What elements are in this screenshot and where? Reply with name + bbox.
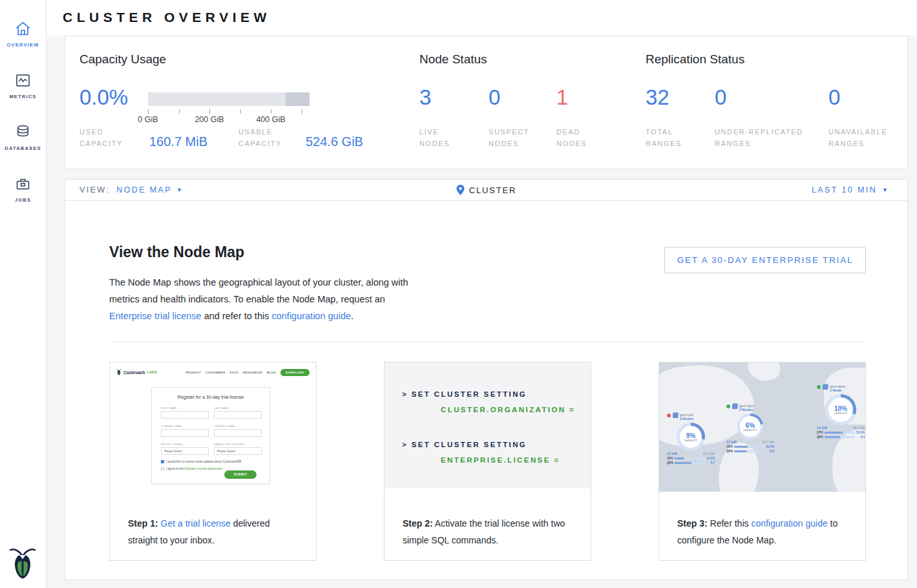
mini-checkbox-checked bbox=[161, 460, 164, 463]
dead-nodes-value: 1 bbox=[556, 85, 568, 110]
node-map-preview: geo=sfo 2 Nodes 9% CAPACITY 3.2 GiB33.1 … bbox=[659, 362, 865, 492]
node-map-panel: View the Node Map The Node Map shows the… bbox=[65, 201, 908, 580]
capacity-usage-title: Capacity Usage bbox=[79, 52, 166, 67]
step3-caption: Step 3: Refer this configuration guide t… bbox=[677, 515, 850, 549]
under-replicated-ranges-value: 0 bbox=[715, 85, 726, 110]
step1-card: Cockroach LABS PRODUCT CUSTOMERS DOCS RE… bbox=[109, 362, 317, 561]
mini-input bbox=[161, 411, 209, 419]
total-ranges-label: TOTALRANGES bbox=[646, 126, 682, 149]
cluster-summary-card: Capacity Usage 0.0% 0 GiB 200 GiB 400 Gi… bbox=[65, 36, 908, 169]
replication-status-title: Replication Status bbox=[646, 52, 744, 67]
jobs-icon bbox=[14, 175, 32, 193]
node-status-dot-red bbox=[667, 414, 671, 417]
suspect-nodes-value: 0 bbox=[489, 85, 500, 110]
node-status-dot-green bbox=[817, 385, 821, 389]
map-land bbox=[832, 430, 865, 492]
configuration-guide-link[interactable]: configuration guide bbox=[271, 311, 351, 321]
unavailable-ranges-label: UNAVAILABLERANGES bbox=[828, 126, 887, 149]
mini-input bbox=[161, 429, 209, 437]
capacity-ring: 9% CAPACITY bbox=[677, 423, 705, 451]
mini-nav-item: PRODUCT bbox=[186, 371, 202, 374]
page-title: CLUSTER OVERVIEW bbox=[63, 10, 271, 25]
get-trial-license-link[interactable]: Get a trial license bbox=[161, 518, 231, 529]
sidebar-item-jobs[interactable]: JOBS bbox=[0, 163, 47, 215]
sidebar-item-label: OVERVIEW bbox=[7, 42, 39, 48]
mini-nav-item: RESOURCES bbox=[243, 371, 262, 374]
mini-nav-item: CUSTOMERS bbox=[206, 371, 225, 374]
time-range-dropdown[interactable]: LAST 10 MIN ▼ bbox=[812, 180, 888, 200]
enterprise-trial-button[interactable]: GET A 30-DAY ENTERPRISE TRIAL bbox=[664, 247, 866, 273]
enterprise-trial-license-link[interactable]: Enterprise trial license bbox=[109, 311, 202, 321]
cockroach-mini-logo-icon bbox=[116, 369, 121, 375]
trial-registration-form: Register for a 30-day trial license FIRS… bbox=[151, 387, 270, 484]
mini-input bbox=[214, 429, 262, 437]
used-capacity-label: USEDCAPACITY bbox=[79, 126, 123, 149]
configuration-guide-link[interactable]: configuration guide bbox=[751, 518, 827, 529]
capacity-ring: 6% CAPACITY bbox=[737, 414, 763, 439]
sql-setting: ENTERPRISE.LICENSE = bbox=[441, 456, 560, 464]
view-bar: VIEW: NODE MAP ▼ CLUSTER LAST 10 MIN ▼ bbox=[65, 179, 908, 201]
suspect-nodes-label: SUSPECTNODES bbox=[489, 126, 529, 149]
capacity-percent: 0.0% bbox=[79, 85, 128, 110]
gauge-tick bbox=[240, 109, 241, 114]
gauge-tick bbox=[302, 109, 302, 114]
sql-prompt: > SET CLUSTER SETTING bbox=[402, 441, 527, 448]
step3-card: geo=sfo 2 Nodes 9% CAPACITY 3.2 GiB33.1 … bbox=[659, 362, 866, 561]
databases-icon bbox=[14, 123, 32, 141]
nodes-cube-icon bbox=[732, 404, 737, 409]
capacity-ring: 10% CAPACITY bbox=[825, 394, 856, 425]
sidebar-item-metrics[interactable]: METRICS bbox=[0, 59, 47, 111]
sidebar-item-overview[interactable]: OVERVIEW bbox=[0, 8, 47, 59]
mini-nav-item: BLOG bbox=[267, 371, 276, 374]
sidebar-item-label: DATABASES bbox=[5, 145, 41, 151]
gauge-tick-label: 400 GiB bbox=[248, 115, 293, 124]
sidebar-item-label: JOBS bbox=[15, 197, 31, 203]
sql-prompt: > SET CLUSTER SETTING bbox=[402, 390, 527, 398]
under-replicated-ranges-label: UNDER-REPLICATEDRANGES bbox=[715, 126, 803, 149]
breadcrumb-cluster[interactable]: CLUSTER bbox=[469, 185, 516, 195]
step2-caption: Step 2: Activate the trial license with … bbox=[403, 515, 575, 549]
capacity-gauge-reserved-segment bbox=[286, 92, 310, 106]
gauge-tick bbox=[179, 109, 180, 114]
sql-commands-block: > SET CLUSTER SETTING CLUSTER.ORGANIZATI… bbox=[385, 362, 591, 488]
gauge-tick-label: 0 GiB bbox=[125, 115, 171, 124]
main-content: CLUSTER OVERVIEW Capacity Usage 0.0% 0 G… bbox=[47, 0, 917, 588]
unavailable-ranges-value: 0 bbox=[828, 85, 840, 110]
locality-bubble-sfo[interactable]: geo=sfo 2 Nodes 9% CAPACITY 3.2 GiB33.1 … bbox=[664, 413, 717, 465]
capacity-gauge bbox=[148, 92, 310, 106]
home-icon bbox=[14, 20, 32, 37]
chevron-down-icon: ▼ bbox=[882, 187, 888, 193]
usable-capacity-label: USABLECAPACITY bbox=[238, 126, 282, 149]
nodes-cube-icon bbox=[823, 384, 828, 390]
gauge-tick bbox=[209, 109, 210, 114]
step2-card: > SET CLUSTER SETTING CLUSTER.ORGANIZATI… bbox=[384, 362, 591, 561]
locality-bubble-ams[interactable]: geo=ams 1 Node 10% CAPACITY 3.6 GiB36.6 … bbox=[814, 384, 865, 439]
metrics-icon bbox=[14, 72, 32, 89]
dead-nodes-label: DEADNODES bbox=[556, 126, 587, 149]
nodes-cube-icon bbox=[673, 413, 678, 418]
step1-caption: Step 1: Get a trial license delivered st… bbox=[128, 515, 300, 549]
mini-input bbox=[214, 411, 262, 419]
map-pin-icon bbox=[456, 185, 465, 195]
node-status-dot-green bbox=[726, 404, 730, 408]
locality-bubble-nyc[interactable]: geo=nyc 2 Nodes 6% CAPACITY 3.7 GiB65.7 … bbox=[724, 404, 777, 453]
mini-download-button: DOWNLOAD bbox=[280, 369, 310, 376]
gauge-tick bbox=[148, 109, 149, 114]
sidebar-item-databases[interactable]: DATABASES bbox=[0, 111, 47, 163]
mini-select: Please Select bbox=[214, 447, 262, 455]
mini-checkbox-unchecked bbox=[161, 467, 164, 470]
section-heading: View the Node Map bbox=[109, 244, 244, 261]
sidebar-item-label: METRICS bbox=[9, 94, 36, 100]
section-description: The Node Map shows the geographical layo… bbox=[109, 274, 408, 324]
sidebar: OVERVIEW METRICS DATABASES JOBS bbox=[0, 0, 47, 588]
map-land bbox=[745, 362, 783, 384]
mini-submit-button: SUBMIT bbox=[224, 470, 257, 479]
form-title: Register for a 30-day trial license bbox=[152, 395, 269, 399]
trial-registration-screenshot: Cockroach LABS PRODUCT CUSTOMERS DOCS RE… bbox=[110, 362, 316, 492]
used-capacity-value: 160.7 MiB bbox=[149, 134, 207, 149]
page-header: CLUSTER OVERVIEW bbox=[47, 0, 917, 36]
total-ranges-value: 32 bbox=[646, 85, 669, 110]
live-nodes-value: 3 bbox=[419, 85, 431, 110]
live-nodes-label: LIVENODES bbox=[419, 126, 450, 149]
gauge-tick bbox=[271, 109, 271, 114]
